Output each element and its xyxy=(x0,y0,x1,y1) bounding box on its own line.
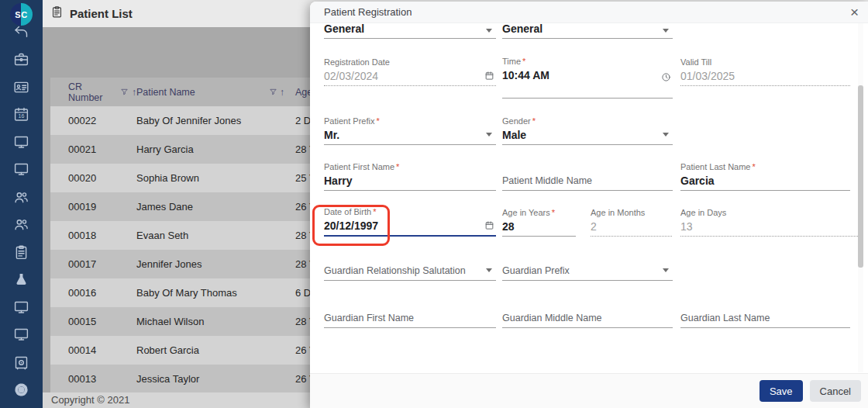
modal-scrollbar-thumb[interactable] xyxy=(858,85,863,268)
filter-icon[interactable] xyxy=(120,88,129,96)
sidebar-item-briefcase[interactable] xyxy=(13,51,30,68)
column-header-cr-number[interactable]: CR Number ↑ xyxy=(50,81,136,103)
gear-icon xyxy=(13,382,29,398)
guardian-prefix-select[interactable]: Guardian Prefix xyxy=(502,252,673,281)
clipboard-icon xyxy=(13,244,29,261)
calendar-icon: 16 xyxy=(13,106,29,123)
guardian-first-name-field[interactable]: Guardian First Name xyxy=(324,299,496,328)
app-root: Patient List SC 16 xyxy=(0,0,868,408)
svg-text:16: 16 xyxy=(19,113,25,119)
monitor-icon xyxy=(13,299,29,316)
users-icon xyxy=(13,216,29,233)
modal-footer: Save Cancel xyxy=(310,373,868,408)
monitor-icon xyxy=(13,134,29,150)
briefcase-icon xyxy=(13,51,29,67)
patient-first-name-field[interactable]: Patient First Name* Harry xyxy=(324,162,496,191)
chevron-down-icon xyxy=(486,268,492,272)
monitor-icon xyxy=(13,161,29,178)
clipboard-icon xyxy=(50,5,64,22)
sidebar-item-monitor-4[interactable] xyxy=(13,327,30,344)
patient-registration-modal: Patient Registration × General General R… xyxy=(310,2,868,408)
page-title: Patient List xyxy=(70,7,133,20)
modal-title: Patient Registration xyxy=(324,2,412,22)
sort-asc-icon[interactable]: ↑ xyxy=(280,88,284,97)
valid-till-field[interactable]: Valid Till 01/03/2025 xyxy=(680,57,850,86)
safe-icon xyxy=(13,354,29,371)
sidebar-item-users-1[interactable] xyxy=(13,188,30,206)
modal-title-bar: Patient Registration × xyxy=(310,2,868,23)
close-icon[interactable]: × xyxy=(850,2,859,22)
sidebar-item-users-2[interactable] xyxy=(13,216,30,233)
sidebar-item-flask[interactable] xyxy=(13,271,30,289)
general-select-2[interactable]: General xyxy=(502,22,673,39)
chevron-down-icon xyxy=(486,29,492,33)
sidebar-item-id-card[interactable] xyxy=(13,78,30,95)
filter-icon[interactable] xyxy=(269,88,277,96)
monitor-icon xyxy=(13,327,29,343)
chevron-down-icon xyxy=(663,133,669,137)
guardian-last-name-field[interactable]: Guardian Last Name xyxy=(680,299,850,328)
general-select-1[interactable]: General xyxy=(324,22,496,39)
sidebar-item-clipboard[interactable] xyxy=(13,244,30,261)
save-button[interactable]: Save xyxy=(760,380,803,402)
calendar-icon[interactable] xyxy=(484,70,494,80)
guardian-relationship-salutation-select[interactable]: Guardian Relationship Salutation xyxy=(324,252,496,281)
chevron-down-icon xyxy=(663,29,669,33)
id-card-icon xyxy=(13,79,29,95)
cancel-button[interactable]: Cancel xyxy=(810,380,861,402)
gender-select[interactable]: Gender* Male xyxy=(502,115,673,145)
clock-icon[interactable] xyxy=(661,71,671,81)
sidebar-item-monitor-3[interactable] xyxy=(13,299,30,316)
age-in-years-field[interactable]: Age in Years* 28 xyxy=(502,208,576,237)
guardian-middle-name-field[interactable]: Guardian Middle Name xyxy=(502,299,673,328)
time-field[interactable]: Time* 10:44 AM xyxy=(502,57,673,99)
patient-middle-name-field[interactable]: Patient Middle Name xyxy=(502,162,673,191)
column-header-patient-name[interactable]: Patient Name ↑ xyxy=(136,87,295,98)
chevron-down-icon xyxy=(486,133,492,137)
patient-prefix-select[interactable]: Patient Prefix* Mr. xyxy=(324,115,496,145)
age-in-days-field[interactable]: Age in Days 13 xyxy=(680,208,858,237)
sidebar-item-monitor-2[interactable] xyxy=(13,161,30,178)
chevron-down-icon xyxy=(663,268,669,272)
sidebar-item-gear[interactable] xyxy=(13,382,30,399)
app-logo[interactable]: SC xyxy=(10,3,33,26)
flask-icon xyxy=(13,271,29,288)
calendar-icon[interactable] xyxy=(484,220,494,230)
sidebar-item-reply[interactable] xyxy=(13,23,30,40)
sidebar-item-monitor-1[interactable] xyxy=(13,133,30,150)
logo-letter-s: S xyxy=(15,10,21,19)
dob-annotation-highlight xyxy=(312,205,390,246)
age-in-months-field[interactable]: Age in Months 2 xyxy=(591,208,672,237)
reply-icon xyxy=(13,24,29,40)
logo-letter-c: C xyxy=(21,10,27,19)
sidebar-item-safe[interactable] xyxy=(13,354,30,371)
patient-last-name-field[interactable]: Patient Last Name* Garcia xyxy=(680,162,850,191)
users-icon xyxy=(13,189,29,206)
registration-date-field[interactable]: Registration Date 02/03/2024 xyxy=(324,57,496,86)
sidebar-nav: 16 xyxy=(0,23,43,399)
sidebar: SC 16 xyxy=(0,0,43,408)
sidebar-item-calendar[interactable]: 16 xyxy=(13,106,30,123)
